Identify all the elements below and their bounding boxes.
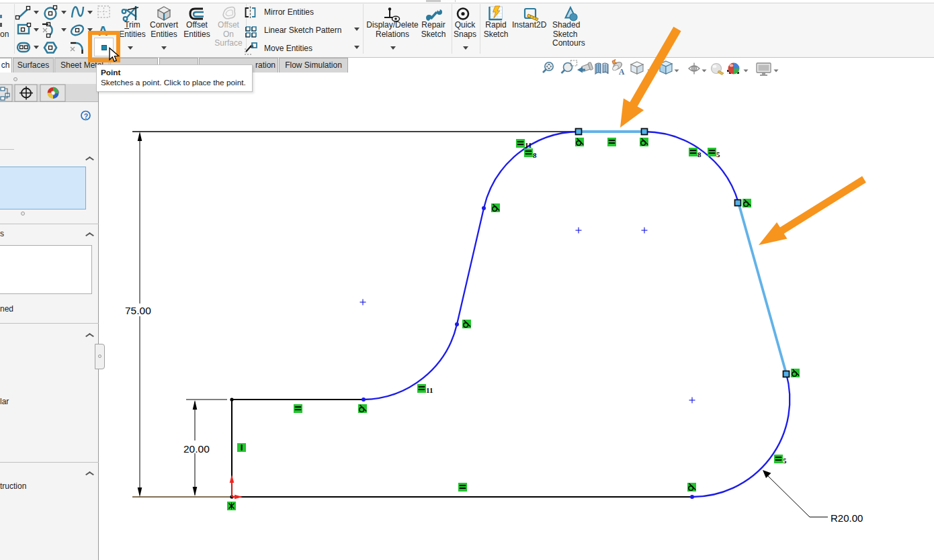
svg-text:75.00: 75.00 [125,305,151,316]
svg-text:R20.00: R20.00 [831,512,863,524]
svg-text:20.00: 20.00 [183,443,210,455]
svg-text:11: 11 [426,386,433,394]
svg-text:5: 5 [783,457,787,465]
svg-text:8: 8 [533,151,537,159]
svg-text:8: 8 [697,150,702,158]
svg-text:5: 5 [716,150,720,158]
svg-text:11: 11 [525,141,532,149]
